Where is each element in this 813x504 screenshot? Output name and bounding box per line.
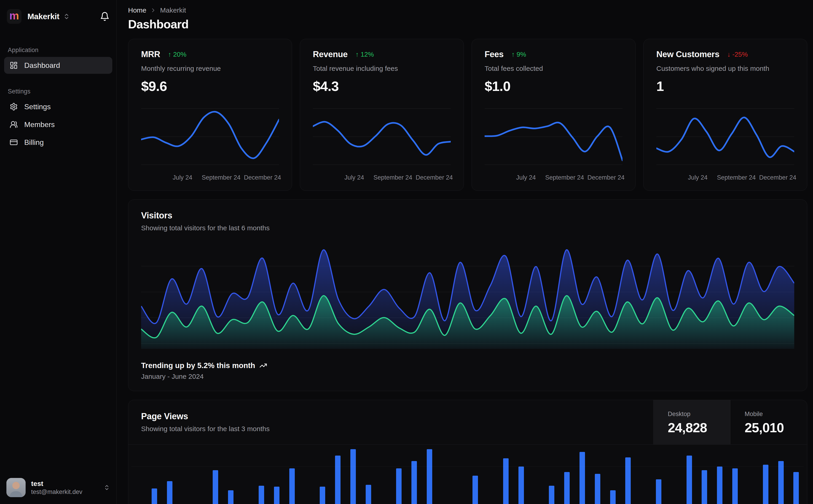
bar <box>396 468 402 504</box>
bar-slot <box>498 445 514 504</box>
workspace-name[interactable]: Makerkit <box>27 12 59 21</box>
bar-slot <box>773 445 789 504</box>
bar-slot <box>254 445 269 504</box>
workspace-selector[interactable]: m Makerkit <box>4 6 112 27</box>
trend-arrow-icon: ↓ <box>727 51 731 58</box>
credit-card-icon <box>10 138 18 146</box>
x-axis-labels: July 24 September 24 December 24 <box>656 172 794 182</box>
stat-title: New Customers <box>656 50 720 59</box>
page-views-header: Page Views Showing total visitors for th… <box>128 400 807 445</box>
bar <box>320 487 325 504</box>
bar-slot <box>192 445 208 504</box>
sidebar-item-label: Billing <box>24 138 44 147</box>
mrr-sparkline-chart <box>141 105 279 169</box>
bar-slot <box>544 445 559 504</box>
page-views-card: Page Views Showing total visitors for th… <box>128 400 807 504</box>
bar-slot <box>468 445 483 504</box>
mobile-toggle-button[interactable]: Mobile 25,010 <box>730 400 807 444</box>
page-views-subtitle: Showing total visitors for the last 3 mo… <box>141 425 641 433</box>
stat-subtitle: Total revenue including fees <box>313 65 451 72</box>
page-views-bar-chart <box>131 445 804 504</box>
bar <box>702 470 707 504</box>
bar <box>228 490 234 504</box>
x-axis-labels: July 24 September 24 December 24 <box>141 172 279 182</box>
stat-card-revenue: Revenue ↑12% Total revenue including fee… <box>300 39 464 191</box>
visitors-title: Visitors <box>141 211 794 220</box>
bar-slot <box>529 445 544 504</box>
sidebar-item-members[interactable]: Members <box>4 116 112 133</box>
bar-slot <box>575 445 590 504</box>
bar-slot <box>728 445 743 504</box>
sidebar-item-label: Members <box>24 120 55 129</box>
trend-arrow-icon: ↑ <box>168 51 171 58</box>
user-name: test <box>31 480 82 488</box>
stat-subtitle: Total fees collected <box>485 65 623 72</box>
trend-badge: ↓-25% <box>727 51 748 58</box>
bar <box>289 468 295 504</box>
sidebar-item-settings[interactable]: Settings <box>4 98 112 115</box>
stat-value: $1.0 <box>485 78 623 94</box>
user-info: test test@makerkit.dev <box>31 480 82 496</box>
notifications-button[interactable] <box>100 12 109 21</box>
dashboard-icon <box>10 61 18 69</box>
makerkit-logo: m <box>7 9 21 24</box>
trending-up-icon <box>259 362 267 369</box>
bar-slot <box>605 445 621 504</box>
trend-badge: ↑9% <box>511 51 526 58</box>
bar <box>625 457 631 504</box>
stat-card-new-customers: New Customers ↓-25% Customers who signed… <box>643 39 807 191</box>
makerkit-logo-icon: m <box>9 10 19 21</box>
bar <box>656 479 662 504</box>
bar-slot <box>422 445 437 504</box>
bar <box>259 486 264 504</box>
gear-icon <box>10 103 18 111</box>
user-menu[interactable]: test test@makerkit.dev <box>4 478 112 497</box>
bar <box>579 452 585 504</box>
bar-slot <box>300 445 315 504</box>
page-title: Dashboard <box>128 17 807 31</box>
bar-slot <box>131 445 147 504</box>
bar <box>151 488 157 504</box>
bar-slot <box>269 445 284 504</box>
bar <box>518 467 524 504</box>
sidebar-item-billing[interactable]: Billing <box>4 134 112 151</box>
bar-slot <box>376 445 391 504</box>
bar <box>213 470 218 504</box>
desktop-toggle-button[interactable]: Desktop 24,828 <box>654 400 730 444</box>
bar-slot <box>345 445 361 504</box>
app-root: m Makerkit Application Dashboard Setting… <box>0 0 813 504</box>
stat-card-mrr: MRR ↑20% Monthly recurring revenue $9.6 … <box>128 39 292 191</box>
breadcrumb-home[interactable]: Home <box>128 6 146 14</box>
visitors-subtitle: Showing total visitors for the last 6 mo… <box>141 224 794 232</box>
x-axis-labels: July 24 September 24 December 24 <box>485 172 623 182</box>
bar-slot <box>621 445 636 504</box>
bar-slot <box>284 445 300 504</box>
stat-title: Fees <box>485 50 504 59</box>
bar-slot <box>636 445 651 504</box>
trend-arrow-icon: ↑ <box>511 51 515 58</box>
bar-slot <box>223 445 239 504</box>
trend-arrow-icon: ↑ <box>355 51 359 58</box>
bar-slot <box>407 445 422 504</box>
breadcrumb-current: Makerkit <box>160 6 186 14</box>
bar <box>350 449 356 504</box>
bar-slot <box>666 445 682 504</box>
bar <box>335 456 341 504</box>
bar <box>687 456 692 504</box>
stat-subtitle: Customers who signed up this month <box>656 65 794 72</box>
sidebar: m Makerkit Application Dashboard Setting… <box>0 0 117 504</box>
user-email: test@makerkit.dev <box>31 488 82 496</box>
stat-cards-row: MRR ↑20% Monthly recurring revenue $9.6 … <box>128 39 807 191</box>
bar <box>503 458 509 504</box>
avatar <box>6 478 26 497</box>
bar-slot <box>361 445 376 504</box>
x-axis-labels: July 24 September 24 December 24 <box>313 172 451 182</box>
stat-title: MRR <box>141 50 160 59</box>
bar-slot <box>758 445 773 504</box>
chevrons-up-down-icon[interactable] <box>63 13 70 20</box>
bar-slot <box>315 445 330 504</box>
sidebar-item-dashboard[interactable]: Dashboard <box>4 57 112 74</box>
main-content: Home Makerkit Dashboard MRR ↑20% Monthly… <box>117 0 813 504</box>
chevron-right-icon <box>150 7 156 13</box>
bar-slot <box>483 445 498 504</box>
